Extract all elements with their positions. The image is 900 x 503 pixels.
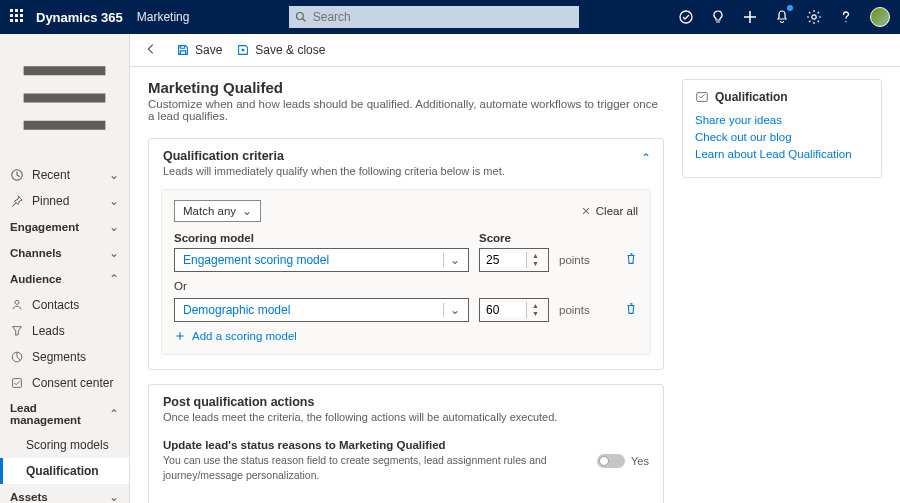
lightbulb-icon[interactable] (710, 9, 726, 25)
toggle-update-status[interactable] (597, 454, 625, 468)
settings-gear-icon[interactable] (806, 9, 822, 25)
user-avatar[interactable] (870, 7, 890, 27)
save-icon (176, 43, 190, 57)
app-area-label: Marketing (137, 10, 190, 24)
or-label: Or (174, 280, 638, 292)
page-description: Customize when and how leads should be q… (148, 98, 664, 122)
spinner-icon[interactable]: ▲▼ (526, 302, 544, 318)
score-input[interactable] (480, 253, 526, 267)
pin-icon (10, 194, 24, 208)
nav-group-audience[interactable]: Audience⌃ (0, 266, 129, 292)
card-heading: Post qualification actions (163, 395, 649, 409)
toggle-state-label: Yes (631, 455, 649, 467)
chevron-up-icon: ⌃ (109, 272, 119, 286)
action-desc: You can use the status reason field to c… (163, 453, 587, 482)
scoring-model-select[interactable]: Demographic model ⌄ (174, 298, 469, 322)
page-title: Marketing Qualifed (148, 79, 664, 96)
link-share-ideas[interactable]: Share your ideas (695, 114, 869, 126)
assistant-icon[interactable] (678, 9, 694, 25)
site-nav: Recent ⌄ Pinned ⌄ Engagement⌄ Channels⌄ … (0, 34, 130, 503)
nav-item-label: Pinned (32, 194, 69, 208)
search-input[interactable] (313, 10, 573, 24)
chevron-down-icon: ⌄ (109, 246, 119, 260)
spinner-icon[interactable]: ▲▼ (526, 252, 544, 268)
global-search[interactable] (289, 6, 579, 28)
help-card-heading: Qualification (695, 90, 869, 104)
nav-segments[interactable]: Segments (0, 344, 129, 370)
action-row-update-status: Update lead's status reasons to Marketin… (149, 429, 663, 492)
save-close-icon (236, 43, 250, 57)
svg-point-0 (296, 13, 303, 20)
close-icon (580, 205, 592, 217)
action-title: Update lead's status reasons to Marketin… (163, 439, 587, 451)
chevron-down-icon: ⌄ (109, 194, 119, 208)
nav-group-engagement[interactable]: Engagement⌄ (0, 214, 129, 240)
points-label: points (559, 254, 590, 266)
add-scoring-model-button[interactable]: Add a scoring model (174, 330, 638, 342)
clear-all-button[interactable]: Clear all (580, 205, 638, 217)
chevron-down-icon: ⌄ (443, 303, 460, 317)
chevron-down-icon: ⌄ (109, 168, 119, 182)
nav-leads[interactable]: Leads (0, 318, 129, 344)
search-wrap (199, 6, 668, 28)
match-mode-dropdown[interactable]: Match any ⌄ (174, 200, 261, 222)
qualification-help-card: Qualification Share your ideas Check out… (682, 79, 882, 178)
qualification-criteria-card: Qualification criteria Leads will immedi… (148, 138, 664, 370)
chevron-up-icon: ⌃ (109, 407, 119, 421)
card-subheading: Once leads meet the criteria, the follow… (163, 411, 649, 423)
criteria-row: Engagement scoring model ⌄ ▲▼ points (174, 248, 638, 272)
card-heading: Qualification criteria (163, 149, 649, 163)
brand-label: Dynamics 365 (36, 10, 123, 25)
nav-group-assets[interactable]: Assets⌄ (0, 484, 129, 503)
plus-icon (174, 330, 186, 342)
score-input-wrap: ▲▼ (479, 248, 549, 272)
svg-line-1 (302, 19, 305, 22)
clock-icon (10, 168, 24, 182)
nav-collapse-button[interactable] (0, 34, 129, 162)
command-bar: Save Save & close (130, 34, 900, 67)
nav-item-label: Recent (32, 168, 70, 182)
collapse-card-button[interactable]: ⌃ (641, 151, 651, 165)
segments-icon (10, 350, 24, 364)
svg-rect-7 (13, 379, 22, 388)
points-label: points (559, 304, 590, 316)
score-input[interactable] (480, 303, 526, 317)
help-icon[interactable] (838, 9, 854, 25)
app-launcher-icon[interactable] (10, 9, 26, 25)
action-row-sales-ready: Mark leads as sales-ready You can use th… (149, 492, 663, 503)
scoring-model-select[interactable]: Engagement scoring model ⌄ (174, 248, 469, 272)
link-blog[interactable]: Check out our blog (695, 131, 869, 143)
contact-icon (10, 298, 24, 312)
link-learn-qualification[interactable]: Learn about Lead Qualification (695, 148, 869, 160)
score-label: Score (479, 232, 549, 244)
card-subheading: Leads will immediately qualify when the … (163, 165, 649, 177)
nav-group-channels[interactable]: Channels⌄ (0, 240, 129, 266)
chevron-down-icon: ⌄ (443, 253, 460, 267)
post-qualification-card: Post qualification actions Once leads me… (148, 384, 664, 503)
score-input-wrap: ▲▼ (479, 298, 549, 322)
notifications-icon[interactable] (774, 9, 790, 25)
svg-point-2 (680, 11, 692, 23)
svg-point-3 (812, 15, 816, 19)
chevron-down-icon: ⌄ (109, 220, 119, 234)
nav-consent-center[interactable]: Consent center (0, 370, 129, 396)
nav-scoring-models[interactable]: Scoring models (0, 432, 129, 458)
back-button[interactable] (140, 42, 162, 59)
header-actions (678, 7, 890, 27)
leads-icon (10, 324, 24, 338)
delete-row-button[interactable] (624, 252, 638, 269)
main-region: Save Save & close Marketing Qualifed Cus… (130, 34, 900, 503)
nav-group-lead-management[interactable]: Lead management⌃ (0, 396, 129, 432)
nav-contacts[interactable]: Contacts (0, 292, 129, 318)
chevron-down-icon: ⌄ (242, 204, 252, 218)
save-and-close-button[interactable]: Save & close (236, 43, 325, 57)
save-button[interactable]: Save (176, 43, 222, 57)
consent-icon (10, 376, 24, 390)
nav-qualification[interactable]: Qualification (0, 458, 129, 484)
search-icon (295, 11, 307, 23)
add-icon[interactable] (742, 9, 758, 25)
nav-recent[interactable]: Recent ⌄ (0, 162, 129, 188)
delete-row-button[interactable] (624, 302, 638, 319)
qualification-icon (695, 90, 709, 104)
nav-pinned[interactable]: Pinned ⌄ (0, 188, 129, 214)
